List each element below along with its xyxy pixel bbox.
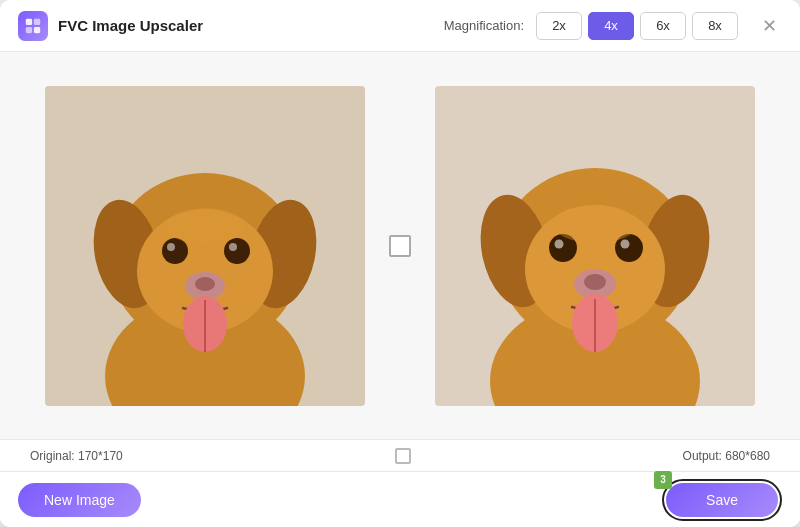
mag-button-6x[interactable]: 6x [640,12,686,40]
save-badge: 3 [654,471,672,489]
mag-button-2x[interactable]: 2x [536,12,582,40]
compare-divider-icon [395,448,411,464]
content-area [0,52,800,439]
svg-rect-2 [26,26,32,32]
compare-icon [389,235,411,257]
mag-button-4x[interactable]: 4x [588,12,634,40]
mag-button-8x[interactable]: 8x [692,12,738,40]
app-logo [18,11,48,41]
status-bar: Original: 170*170 Output: 680*680 [0,439,800,471]
save-button[interactable]: Save [666,483,778,517]
original-size-text: Original: 170*170 [30,449,123,463]
close-button[interactable]: ✕ [756,13,782,39]
original-image-panel [45,86,365,406]
svg-point-15 [195,277,215,291]
svg-point-11 [167,243,175,251]
svg-point-18 [165,208,245,244]
app-window: FVC Image Upscaler Magnification: 2x 4x … [0,0,800,527]
title-bar: FVC Image Upscaler Magnification: 2x 4x … [0,0,800,52]
save-button-wrapper: Save [662,479,782,521]
svg-point-13 [229,243,237,251]
svg-rect-1 [34,18,40,24]
output-image-panel [435,86,755,406]
app-title: FVC Image Upscaler [58,17,203,34]
svg-point-33 [553,205,637,243]
new-image-button[interactable]: New Image [18,483,141,517]
magnification-label: Magnification: [444,18,524,33]
save-area: 3 Save [662,479,782,521]
svg-rect-3 [34,26,40,32]
svg-point-28 [621,239,630,248]
output-size-text: Output: 680*680 [683,449,770,463]
magnification-buttons: 2x 4x 6x 8x [536,12,738,40]
svg-rect-0 [26,18,32,24]
footer-bar: New Image 3 Save [0,471,800,527]
svg-point-26 [555,239,564,248]
svg-point-30 [584,274,606,290]
svg-point-10 [162,238,188,264]
svg-point-12 [224,238,250,264]
